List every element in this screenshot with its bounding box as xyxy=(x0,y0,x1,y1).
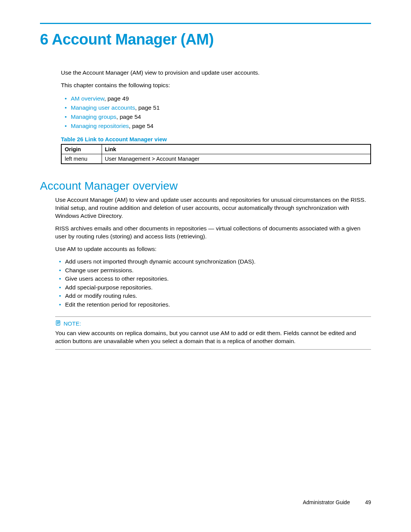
intro-block: Use the Account Manager (AM) view to pro… xyxy=(61,69,371,164)
note-heading: NOTE: xyxy=(55,320,371,327)
table-header-link: Link xyxy=(102,144,371,154)
list-item: Add special-purpose repositories. xyxy=(59,283,371,292)
page: 6 Account Manager (AM) Use the Account M… xyxy=(0,0,411,372)
footer-guide: Administrator Guide xyxy=(303,499,350,505)
table-cell-origin: left menu xyxy=(61,154,102,164)
note-icon xyxy=(55,320,61,327)
table-cell-link: User Management > Account Manager xyxy=(102,154,371,164)
table-caption: Table 26 Link to Account Manager view xyxy=(61,136,371,142)
list-item: Give users access to other repositories. xyxy=(59,275,371,283)
footer-page-number: 49 xyxy=(365,499,371,505)
toc-item: Managing user accounts, page 51 xyxy=(65,103,371,112)
toc-item: Managing repositories, page 54 xyxy=(65,121,371,131)
toc-item: Managing groups, page 54 xyxy=(65,112,371,121)
overview-bullets: Add users not imported through dynamic a… xyxy=(59,257,371,309)
table-header-row: Origin Link xyxy=(61,144,371,154)
overview-p2: RISS archives emails and other documents… xyxy=(55,225,371,241)
toc-page: , page 54 xyxy=(116,113,141,120)
list-item: Edit the retention period for repositori… xyxy=(59,300,371,309)
chapter-title-text: Account Manager (AM) xyxy=(52,31,214,48)
overview-p3: Use AM to update accounts as follows: xyxy=(55,245,371,253)
intro-paragraph-1: Use the Account Manager (AM) view to pro… xyxy=(61,69,371,77)
toc-page: , page 49 xyxy=(104,95,129,102)
overview-heading: Account Manager overview xyxy=(40,179,371,192)
chapter-number: 6 xyxy=(40,31,48,48)
toc-page: , page 54 xyxy=(129,123,154,129)
list-item: Change user permissions. xyxy=(59,266,371,275)
intro-paragraph-2: This chapter contains the following topi… xyxy=(61,81,371,89)
chapter-title: 6 Account Manager (AM) xyxy=(40,31,371,48)
list-item: Add users not imported through dynamic a… xyxy=(59,257,371,266)
toc-item: AM overview, page 49 xyxy=(65,94,371,103)
toc-page: , page 51 xyxy=(135,104,160,111)
note-label: NOTE: xyxy=(64,320,81,327)
footer: Administrator Guide 49 xyxy=(303,499,371,505)
toc-link[interactable]: Managing user accounts xyxy=(71,104,135,111)
link-table: Origin Link left menu User Management > … xyxy=(61,144,371,164)
toc-list: AM overview, page 49 Managing user accou… xyxy=(65,94,371,131)
toc-link[interactable]: Managing repositories xyxy=(71,123,129,129)
overview-body: Use Account Manager (AM) to view and upd… xyxy=(40,196,371,350)
overview-p1: Use Account Manager (AM) to view and upd… xyxy=(55,196,371,220)
table-header-origin: Origin xyxy=(61,144,102,154)
top-rule xyxy=(40,23,371,24)
list-item: Add or modify routing rules. xyxy=(59,292,371,300)
toc-link[interactable]: Managing groups xyxy=(71,113,116,120)
table-row: left menu User Management > Account Mana… xyxy=(61,154,371,164)
note-block: NOTE: You can view accounts on replica d… xyxy=(55,316,371,350)
note-body: You can view accounts on replica domains… xyxy=(55,329,371,345)
toc-link[interactable]: AM overview xyxy=(71,95,104,102)
